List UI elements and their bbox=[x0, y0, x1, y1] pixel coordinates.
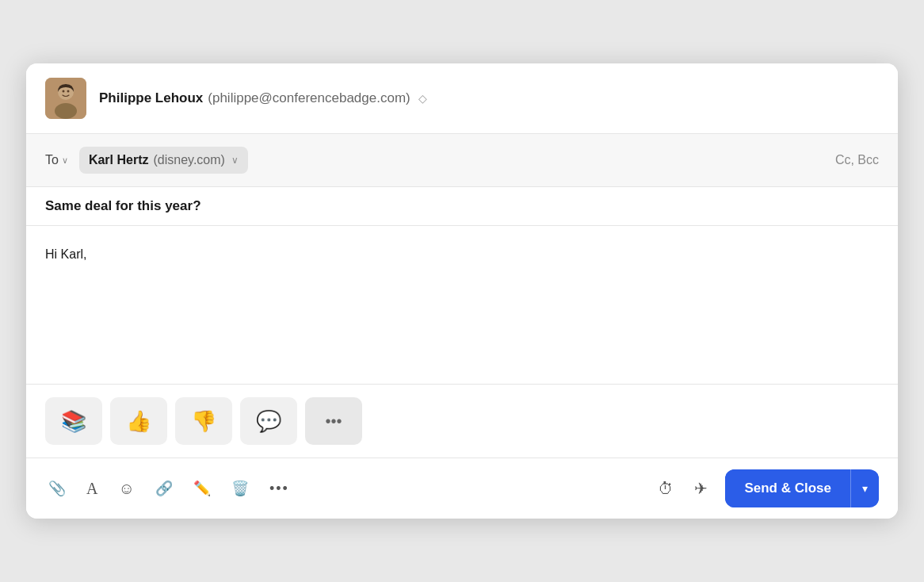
sender-info: Philippe Lehoux (philippe@conferencebadg… bbox=[99, 90, 427, 106]
to-label[interactable]: To ∨ bbox=[45, 153, 68, 167]
books-emoji: 📚 bbox=[61, 409, 86, 434]
pen-icon: ✏️ bbox=[193, 480, 211, 497]
chat-bubble-emoji: 💬 bbox=[256, 409, 281, 434]
sender-email: (philippe@conferencebadge.com) bbox=[208, 90, 410, 106]
send-close-button-group: Send & Close ▾ bbox=[725, 469, 879, 507]
svg-point-4 bbox=[67, 90, 70, 93]
to-row: To ∨ Karl Hertz (disney.com) ∨ Cc, Bcc bbox=[26, 134, 898, 187]
link-button[interactable]: 🔗 bbox=[152, 477, 176, 500]
recipient-name: Karl Hertz bbox=[89, 153, 149, 167]
compose-window: Philippe Lehoux (philippe@conferencebadg… bbox=[26, 63, 898, 519]
quick-reply-thumbsdown[interactable]: 👎 bbox=[175, 397, 232, 445]
schedule-button[interactable]: ⏱ bbox=[655, 477, 677, 501]
svg-point-3 bbox=[63, 90, 65, 93]
thumbsup-emoji: 👍 bbox=[126, 409, 151, 434]
send-close-main-button[interactable]: Send & Close bbox=[725, 469, 850, 507]
compose-toolbar: 📎 A ☺ 🔗 ✏️ 🗑️ ••• ⏱ ✈ Send & Close bbox=[26, 458, 898, 519]
send-close-chevron-icon: ▾ bbox=[862, 482, 868, 495]
send-later-icon: ✈ bbox=[694, 479, 708, 498]
pen-button[interactable]: ✏️ bbox=[190, 477, 214, 500]
recipient-chip[interactable]: Karl Hertz (disney.com) ∨ bbox=[79, 147, 248, 174]
subject-text: Same deal for this year? bbox=[45, 198, 879, 214]
quick-reply-books[interactable]: 📚 bbox=[45, 397, 102, 445]
toolbar-more-button[interactable]: ••• bbox=[266, 477, 292, 500]
toolbar-dots-icon: ••• bbox=[269, 481, 289, 497]
link-icon: 🔗 bbox=[155, 480, 173, 497]
font-icon: A bbox=[86, 480, 97, 498]
more-dots-icon: ••• bbox=[325, 412, 342, 431]
sender-name: Philippe Lehoux bbox=[99, 90, 203, 106]
sender-dropdown-icon[interactable]: ◇ bbox=[418, 92, 427, 105]
recipient-dropdown-icon[interactable]: ∨ bbox=[231, 155, 239, 166]
quick-replies-row: 📚 👍 👎 💬 ••• bbox=[26, 385, 898, 458]
cc-bcc-button[interactable]: Cc, Bcc bbox=[835, 153, 879, 167]
body-area[interactable]: Hi Karl, bbox=[26, 226, 898, 385]
quick-reply-more-button[interactable]: ••• bbox=[305, 397, 362, 445]
trash-icon: 🗑️ bbox=[231, 480, 249, 497]
to-chevron-icon[interactable]: ∨ bbox=[62, 155, 68, 166]
quick-reply-chat[interactable]: 💬 bbox=[240, 397, 297, 445]
to-text: To bbox=[45, 153, 59, 167]
send-close-dropdown-button[interactable]: ▾ bbox=[851, 471, 879, 506]
svg-point-2 bbox=[55, 103, 77, 119]
body-text: Hi Karl, bbox=[45, 245, 879, 264]
avatar bbox=[45, 78, 86, 119]
compose-header: Philippe Lehoux (philippe@conferencebadg… bbox=[26, 63, 898, 134]
emoji-icon: ☺ bbox=[118, 480, 134, 498]
trash-button[interactable]: 🗑️ bbox=[228, 477, 252, 500]
paperclip-icon: 📎 bbox=[48, 480, 66, 497]
emoji-button[interactable]: ☺ bbox=[115, 477, 137, 501]
subject-row: Same deal for this year? bbox=[26, 187, 898, 226]
recipient-domain: (disney.com) bbox=[153, 153, 224, 167]
font-button[interactable]: A bbox=[83, 477, 101, 501]
clock-icon: ⏱ bbox=[658, 480, 674, 498]
send-later-button[interactable]: ✈ bbox=[691, 476, 711, 501]
quick-reply-thumbsup[interactable]: 👍 bbox=[110, 397, 167, 445]
thumbsdown-emoji: 👎 bbox=[191, 409, 216, 434]
attachment-button[interactable]: 📎 bbox=[45, 477, 69, 500]
